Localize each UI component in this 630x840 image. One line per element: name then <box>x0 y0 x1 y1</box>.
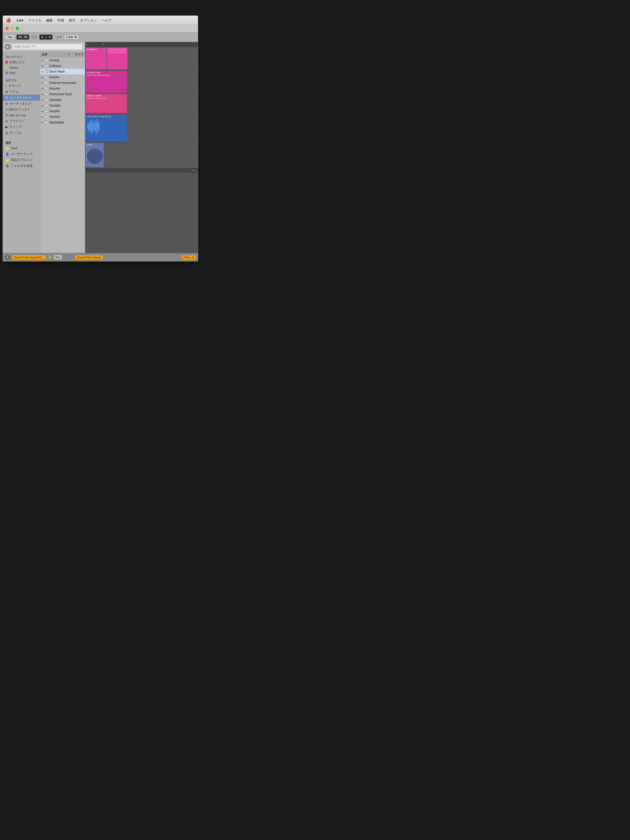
map-button[interactable]: Map <box>54 255 62 259</box>
file-item-operator[interactable]: ▶ Operator <box>40 97 85 103</box>
clip-4a[interactable]: Vinyl Vinyl No Vinyl No Vin <box>86 115 127 141</box>
sidebar-item-max-for-live[interactable]: ⟳ Max for Live <box>3 112 40 118</box>
clip-5a[interactable]: Cymb <box>86 143 104 167</box>
file-item-drum-rack[interactable]: ▶ Drum Rack <box>40 69 85 74</box>
divider-3 <box>3 138 40 140</box>
note-5 <box>100 75 102 76</box>
lock-icon[interactable] <box>64 255 68 259</box>
file-name-tension: Tension <box>49 115 84 118</box>
sidebar-item-add-folder[interactable]: ➕ フォルダを追加... <box>3 163 40 169</box>
quantize-arrow: ▼ <box>74 35 77 39</box>
waveform-display <box>87 118 126 136</box>
search-input[interactable]: 検索 (Cmd + F) <box>12 44 83 50</box>
track-lane-2: 3-Grand Pian <box>85 70 198 93</box>
waveform-b9 <box>95 123 96 131</box>
transport-bar: Tap 90.00 4 / 4 ○ ● ▼ 1 Bar ▼ <box>3 32 198 42</box>
headphone-icon[interactable] <box>69 255 73 259</box>
expand-arrow-wavetable: ▶ <box>42 122 43 124</box>
sidebar-item-audio-effects[interactable]: ≋ オーディオエフ: <box>3 101 40 107</box>
sidebar-item-yellow[interactable]: Yellow <box>3 65 40 70</box>
file-item-impulse[interactable]: ▶ Impulse <box>40 86 85 92</box>
file-name-impulse: Impulse <box>49 87 84 90</box>
sidebar-item-current-project[interactable]: 📂 現在のプロジェ: <box>3 157 40 163</box>
favorites-dot <box>5 61 8 63</box>
file-item-wavetable[interactable]: ▶ Wavetable <box>40 120 85 125</box>
record-dropdown[interactable]: ▼ <box>60 36 62 38</box>
file-item-instrument-rack[interactable]: ▶ Instrument Rack <box>40 92 85 97</box>
clip-3a[interactable]: Wind 1 Ambie <box>86 94 127 113</box>
time-signature[interactable]: 4 / 4 <box>39 35 52 39</box>
fullscreen-button[interactable] <box>16 27 19 30</box>
play-button[interactable]: ▶ <box>5 44 11 50</box>
menu-view[interactable]: 表示 <box>69 18 76 23</box>
map-hand-icon: 🖐 <box>48 256 52 259</box>
folder-icon-analog <box>45 59 48 62</box>
file-item-analog[interactable]: ▶ Analog <box>40 57 85 63</box>
menu-file[interactable]: ファイル <box>28 18 41 23</box>
meter-bar-5 <box>35 36 35 38</box>
add-folder-icon: ➕ <box>5 164 9 168</box>
sidebar-item-user-library[interactable]: 👤 ユーザーライブ: <box>3 151 40 157</box>
menu-live[interactable]: Live <box>17 18 24 22</box>
sidebar-item-drums[interactable]: ⊞ ドラム <box>3 89 40 95</box>
file-item-external-instrument[interactable]: ▶ External Instrument <box>40 80 85 86</box>
sidebar-item-pack[interactable]: 📁 Pack <box>3 145 40 151</box>
time-display: 0:10 <box>191 169 196 172</box>
waveform-b4 <box>90 121 91 132</box>
sidebar-item-instruments[interactable]: ⏱ インストゥルメ <box>3 95 40 101</box>
sidebar-item-clips[interactable]: ▶ クリップ <box>3 124 40 130</box>
sidebar-item-blue[interactable]: Blue <box>3 70 40 76</box>
file-item-collision[interactable]: ▶ Collision <box>40 63 85 69</box>
clip-1a[interactable]: 3-Grand 3 <box>86 47 106 69</box>
file-item-tension[interactable]: ▶ Tension <box>40 114 85 120</box>
record-filled-dot[interactable]: ● <box>57 36 59 39</box>
folder-icon-tension <box>45 115 48 118</box>
waveform-b6 <box>92 122 93 131</box>
sidebar-item-midi-effects[interactable]: ≡ MIDIエフェクト <box>3 107 40 112</box>
menu-edit[interactable]: 編集 <box>46 18 53 23</box>
quantize-selector[interactable]: 1 Bar ▼ <box>64 35 79 39</box>
file-name-instrument-rack: Instrument Rack <box>49 92 84 96</box>
sidebar-item-samples[interactable]: ⊟ サンプル <box>3 130 40 136</box>
midi-effects-label: MIDIエフェクト <box>9 107 30 111</box>
sidebar-item-sounds[interactable]: ♩ サウンド <box>3 83 40 89</box>
note-7 <box>107 75 110 76</box>
bottom-track-1[interactable]: Grand Piano Equal Br... <box>12 255 46 259</box>
col-size-header: サイズ <box>71 52 84 56</box>
bottom-track-2[interactable]: Grand Piano Equal <box>75 255 103 259</box>
waveform-b1 <box>87 124 88 129</box>
sidebar-item-favorites[interactable]: お気に入り <box>3 59 40 65</box>
clip-1b[interactable] <box>107 47 127 69</box>
file-name-wavetable: Wavetable <box>49 121 84 124</box>
close-button[interactable] <box>5 27 9 30</box>
wind-note-3 <box>97 98 99 99</box>
sidebar-item-plugins[interactable]: ⊝ プラグイン <box>3 118 40 124</box>
app-window: 🍎 Live ファイル 編集 作成 表示 オプション ヘルプ Tap 90.00… <box>3 16 198 262</box>
clip-label-3a: Wind 1 Ambie <box>87 95 101 97</box>
file-item-simpler[interactable]: ▶ Simpler <box>40 108 85 114</box>
file-item-sampler[interactable]: ▶ Sampler <box>40 103 85 108</box>
file-item-electric[interactable]: ▶ Electric <box>40 74 85 80</box>
right-icon-1[interactable] <box>171 255 175 259</box>
expand-arrow-operator: ▶ <box>42 99 43 101</box>
info-button[interactable]: ℹ <box>5 255 10 260</box>
bpm-display[interactable]: 90.00 <box>16 35 29 39</box>
bottom-track-3[interactable]: Piano_ff <box>182 255 196 259</box>
menu-create[interactable]: 作成 <box>57 18 64 23</box>
menu-options[interactable]: オプション <box>80 18 97 23</box>
record-empty-dot[interactable]: ○ <box>55 36 56 39</box>
right-icon-2[interactable] <box>176 255 180 259</box>
clip-2a[interactable]: 3-Grand Pian <box>86 71 127 93</box>
folder-icon-drum-rack <box>45 70 48 73</box>
file-name-drum-rack: Drum Rack <box>49 70 84 73</box>
col-sort-indicator[interactable]: ▲ <box>68 52 70 56</box>
tap-button[interactable]: Tap <box>5 35 14 39</box>
apple-menu[interactable]: 🍎 <box>6 18 11 23</box>
favorites-label: お気に入り <box>9 60 25 64</box>
menu-bar: 🍎 Live ファイル 編集 作成 表示 オプション ヘルプ <box>3 16 198 25</box>
menu-help[interactable]: ヘルプ <box>101 18 111 23</box>
sidebar-left: コレクション お気に入り Yellow Blue カテゴリ <box>3 52 40 253</box>
main-area: ▶ 検索 (Cmd + F) コレクション お気に入り Yellow <box>3 42 198 253</box>
minimize-button[interactable] <box>11 27 14 30</box>
right-track: Piano_ff <box>171 255 196 259</box>
